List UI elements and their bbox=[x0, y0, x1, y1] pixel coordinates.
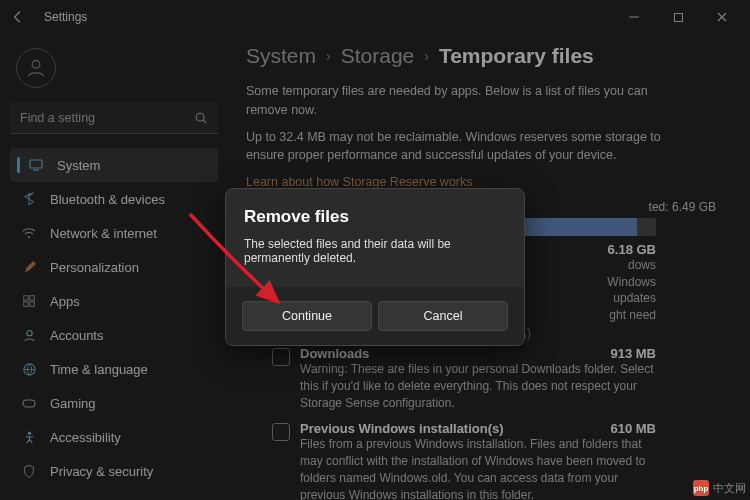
dialog-title: Remove files bbox=[244, 207, 506, 227]
watermark: php 中文网 bbox=[693, 480, 746, 496]
dialog-message: The selected files and their data will b… bbox=[244, 237, 506, 265]
continue-button[interactable]: Continue bbox=[242, 301, 372, 331]
cancel-button[interactable]: Cancel bbox=[378, 301, 508, 331]
remove-files-dialog: Remove files The selected files and thei… bbox=[225, 188, 525, 346]
modal-overlay: Remove files The selected files and thei… bbox=[0, 0, 750, 500]
php-logo-icon: php bbox=[693, 480, 709, 496]
